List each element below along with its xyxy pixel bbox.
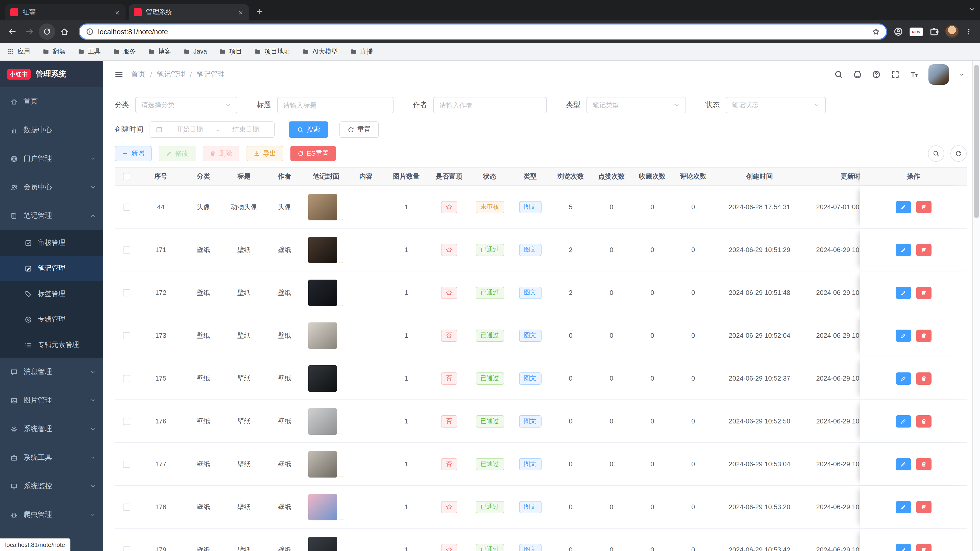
date-range-picker[interactable]: 开始日期 - 结束日期 bbox=[150, 121, 275, 138]
new-tab-button[interactable]: + bbox=[252, 4, 266, 18]
row-checkbox[interactable] bbox=[123, 246, 130, 253]
row-checkbox[interactable] bbox=[123, 418, 130, 425]
row-checkbox[interactable] bbox=[123, 332, 130, 339]
note-cover-image[interactable] bbox=[308, 365, 337, 392]
toggle-search-button[interactable] bbox=[928, 145, 944, 162]
note-cover-image[interactable] bbox=[308, 494, 337, 520]
sidebar-item-edit-square[interactable]: 笔记管理 bbox=[0, 256, 103, 281]
forward-button[interactable] bbox=[21, 24, 38, 40]
sidebar-item-users[interactable]: 会员中心 bbox=[0, 173, 103, 202]
row-checkbox[interactable] bbox=[123, 546, 130, 551]
select-all-checkbox[interactable] bbox=[123, 173, 130, 180]
bookmark-star-icon[interactable] bbox=[872, 27, 880, 36]
row-checkbox[interactable] bbox=[123, 289, 130, 296]
category-select[interactable]: 请选择分类 bbox=[135, 97, 237, 113]
row-edit-button[interactable] bbox=[896, 458, 911, 470]
row-delete-button[interactable] bbox=[916, 458, 931, 470]
es-reset-button[interactable]: ES重置 bbox=[290, 146, 336, 161]
row-delete-button[interactable] bbox=[916, 415, 931, 427]
row-edit-button[interactable] bbox=[896, 415, 911, 427]
note-cover-image[interactable] bbox=[308, 279, 337, 306]
row-checkbox[interactable] bbox=[123, 460, 130, 468]
user-avatar[interactable] bbox=[928, 64, 949, 84]
sidebar-item-album[interactable]: 专辑管理 bbox=[0, 306, 103, 332]
row-delete-button[interactable] bbox=[916, 286, 931, 299]
row-delete-button[interactable] bbox=[916, 329, 931, 341]
home-button[interactable] bbox=[56, 24, 73, 40]
sidebar-item-home[interactable]: 首页 bbox=[0, 87, 103, 116]
bookmark-item[interactable]: 项目地址 bbox=[255, 47, 290, 56]
sidebar-item-tag[interactable]: 标签管理 bbox=[0, 281, 103, 306]
browser-menu-kebab-icon[interactable] bbox=[965, 27, 973, 36]
address-bar[interactable]: localhost:81/note/note bbox=[79, 24, 887, 40]
note-cover-image[interactable] bbox=[308, 322, 337, 349]
sidebar-item-tools[interactable]: 系统工具 bbox=[0, 443, 103, 472]
row-checkbox[interactable] bbox=[123, 503, 130, 510]
breadcrumb-item[interactable]: 笔记管理 bbox=[157, 70, 185, 79]
row-delete-button[interactable] bbox=[916, 372, 931, 384]
bookmark-item[interactable]: 工具 bbox=[78, 47, 100, 56]
sidebar-item-monitor[interactable]: 系统监控 bbox=[0, 472, 103, 500]
window-chevron-icon[interactable] bbox=[969, 6, 976, 13]
bookmark-item[interactable]: 应用 bbox=[7, 47, 30, 56]
row-edit-button[interactable] bbox=[896, 244, 911, 256]
new-extension-badge[interactable]: NEW bbox=[910, 27, 923, 36]
back-button[interactable] bbox=[4, 24, 21, 40]
row-delete-button[interactable] bbox=[916, 244, 931, 256]
note-cover-image[interactable] bbox=[308, 537, 337, 551]
avatar-caret-icon[interactable] bbox=[959, 71, 965, 77]
extensions-puzzle-icon[interactable] bbox=[929, 27, 939, 37]
window-scrollbar[interactable] bbox=[972, 61, 980, 551]
sidebar-item-bug[interactable]: 爬虫管理 bbox=[0, 500, 103, 529]
scrollbar-thumb[interactable] bbox=[974, 65, 979, 218]
profile-circle-icon[interactable] bbox=[893, 27, 904, 37]
add-button[interactable]: 新增 bbox=[115, 146, 151, 161]
site-info-icon[interactable] bbox=[86, 27, 94, 36]
breadcrumb-item[interactable]: 首页 bbox=[131, 70, 145, 79]
bookmark-item[interactable]: 翻墙 bbox=[42, 47, 65, 56]
row-checkbox[interactable] bbox=[123, 203, 130, 210]
row-checkbox[interactable] bbox=[123, 375, 130, 382]
type-select[interactable]: 笔记类型 bbox=[587, 97, 686, 113]
bookmark-item[interactable]: 直播 bbox=[350, 47, 373, 56]
reset-button[interactable]: 重置 bbox=[339, 121, 379, 138]
font-size-icon[interactable] bbox=[910, 70, 919, 79]
sidebar-item-list[interactable]: 专辑元素管理 bbox=[0, 332, 103, 358]
export-button[interactable]: 导出 bbox=[247, 146, 283, 161]
sidebar-item-globe[interactable]: 门户管理 bbox=[0, 144, 103, 173]
note-cover-image[interactable] bbox=[308, 451, 337, 477]
note-cover-image[interactable] bbox=[308, 194, 337, 220]
browser-tab-2-active[interactable]: 管理系统 × bbox=[129, 4, 249, 21]
bookmark-item[interactable]: AI大模型 bbox=[302, 47, 338, 56]
bookmark-item[interactable]: 博客 bbox=[148, 47, 171, 56]
row-delete-button[interactable] bbox=[916, 501, 931, 513]
sidebar-item-chart[interactable]: 数据中心 bbox=[0, 116, 103, 144]
bookmark-item[interactable]: 服务 bbox=[113, 47, 136, 56]
browser-tab-1[interactable]: 红薯 × bbox=[5, 4, 126, 21]
note-cover-image[interactable] bbox=[308, 408, 337, 434]
sidebar-item-gear[interactable]: 系统管理 bbox=[0, 415, 103, 443]
hamburger-icon[interactable] bbox=[115, 70, 124, 79]
sidebar-item-message[interactable]: 消息管理 bbox=[0, 358, 103, 386]
author-input[interactable] bbox=[433, 97, 547, 113]
status-select[interactable]: 笔记状态 bbox=[726, 97, 826, 113]
row-delete-button[interactable] bbox=[916, 544, 931, 551]
fullscreen-icon[interactable] bbox=[891, 70, 900, 79]
row-edit-button[interactable] bbox=[896, 544, 911, 551]
sidebar-item-check-square[interactable]: 审核管理 bbox=[0, 230, 103, 256]
sidebar-item-book[interactable]: 笔记管理 bbox=[0, 202, 103, 230]
search-button[interactable]: 搜索 bbox=[289, 121, 328, 138]
github-icon[interactable] bbox=[853, 70, 862, 79]
reload-button[interactable] bbox=[39, 24, 55, 40]
refresh-table-button[interactable] bbox=[950, 145, 967, 162]
row-edit-button[interactable] bbox=[896, 286, 911, 299]
close-icon[interactable]: × bbox=[237, 7, 244, 17]
row-delete-button[interactable] bbox=[916, 201, 931, 213]
bookmark-item[interactable]: 项目 bbox=[219, 47, 242, 56]
row-edit-button[interactable] bbox=[896, 201, 911, 213]
close-icon[interactable]: × bbox=[114, 7, 121, 17]
browser-profile-avatar[interactable] bbox=[945, 25, 959, 38]
bookmark-item[interactable]: Java bbox=[183, 48, 207, 55]
row-edit-button[interactable] bbox=[896, 372, 911, 384]
title-input[interactable] bbox=[277, 97, 393, 113]
